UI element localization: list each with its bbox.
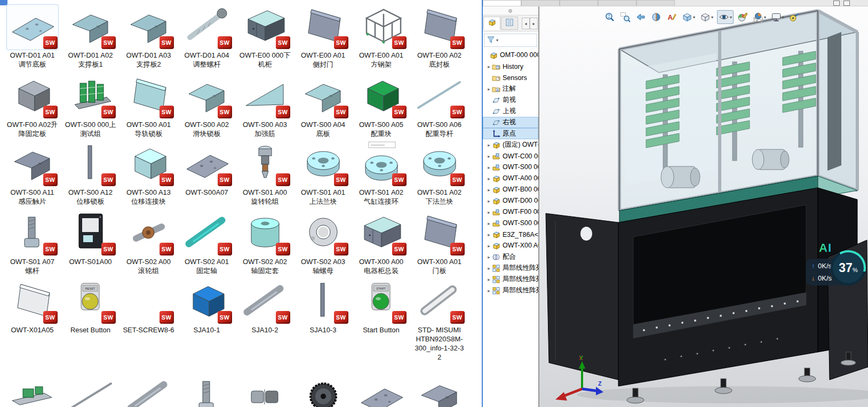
graphics-viewport[interactable]: A▾▾▾▾▾ <box>539 6 868 407</box>
tree-item[interactable]: ▸OWT-X00 A00电 <box>483 240 538 251</box>
expand-arrow-icon[interactable]: ▸ <box>486 254 492 260</box>
tree-item[interactable]: ▸OWT-S00 000上 <box>483 218 538 229</box>
tab-propertymanager[interactable] <box>501 17 518 30</box>
part-item[interactable]: SW <box>61 374 120 407</box>
hide-show-items-button[interactable]: ▾ <box>717 10 734 24</box>
expand-arrow-icon[interactable]: ▸ <box>486 176 492 181</box>
expand-arrow-icon[interactable]: ▸ <box>486 221 492 226</box>
part-item[interactable]: SW <box>236 374 294 407</box>
tree-item[interactable]: 前视 <box>483 94 538 106</box>
tree-item[interactable]: 原点 <box>483 128 538 139</box>
part-item[interactable]: SWOWT-S01 A00 旋转轮组 <box>236 140 294 210</box>
part-item[interactable]: SWOWT-S00A07 <box>178 140 236 210</box>
expand-arrow-icon[interactable]: ▸ <box>486 288 492 293</box>
tree-item[interactable]: ▸局部线性阵列3 <box>483 274 538 285</box>
part-item[interactable]: SWSET-SCREW8-6 <box>120 278 178 374</box>
commandmanager-tab[interactable] <box>521 0 560 6</box>
tree-item[interactable]: 上视 <box>483 106 538 117</box>
part-item[interactable]: SWOWT-E00 A01 侧封门 <box>294 3 352 73</box>
expand-arrow-icon[interactable]: ▸ <box>486 165 492 170</box>
part-item[interactable]: SWOWT-S01A00 <box>61 210 120 278</box>
edit-appearance-button[interactable] <box>736 11 749 23</box>
assembly-3d-model[interactable] <box>539 6 868 407</box>
tree-item[interactable]: ▸A注解 <box>483 83 538 94</box>
part-item[interactable]: SWSTD- MISUMI HTBN920S8M- 300_info-1-32-… <box>410 278 468 374</box>
part-item[interactable]: SWOWT-S02 A03 轴螺母 <box>294 210 352 278</box>
progress-ring[interactable]: 37 % <box>831 250 866 285</box>
pane-scroll-right-button[interactable]: ▸ <box>530 18 538 29</box>
tree-item[interactable]: ▸OWT-C00 000_ <box>483 150 538 162</box>
expand-arrow-icon[interactable]: ▸ <box>486 187 492 193</box>
apply-scene-button[interactable]: ▾ <box>752 11 767 23</box>
tree-item[interactable]: ▸OWT-F00 000升 <box>483 206 538 218</box>
part-item[interactable]: SW <box>294 374 352 407</box>
expand-arrow-icon[interactable]: ▸ <box>486 232 492 237</box>
part-item[interactable]: RESETSWReset Button <box>61 278 120 374</box>
annotation-button[interactable]: A <box>665 11 678 23</box>
previous-view-button[interactable] <box>634 11 647 23</box>
ai-overlay-widget[interactable]: AI ↑0K/s ↓0K/s 37 % <box>805 241 868 294</box>
tree-item[interactable]: ▸E3Z_T86A<1> <box>483 229 538 240</box>
tree-filter[interactable]: ▾ <box>484 34 537 47</box>
restore-window-icon[interactable] <box>833 1 840 6</box>
part-item[interactable]: SWOWT-D01 A02 支撑板1 <box>61 3 120 73</box>
measure-button[interactable] <box>788 11 801 23</box>
expand-arrow-icon[interactable]: ▸ <box>486 154 492 159</box>
chevron-down-icon[interactable]: ▾ <box>693 15 695 20</box>
commandmanager-tab[interactable] <box>636 0 675 6</box>
part-item[interactable]: SWOWT-E00 A01 方钢架 <box>352 3 410 73</box>
part-item[interactable]: SWOWT-F00 A02升 降固定板 <box>3 73 61 140</box>
part-item[interactable]: SWOWT-S00 A05 配重块 <box>352 73 410 140</box>
view-settings-button[interactable]: ▾ <box>770 11 785 23</box>
tree-item[interactable]: ▸OWT-B00 000三 <box>483 184 538 195</box>
tree-item[interactable]: 右视 <box>483 117 538 128</box>
pane-scroll-left-button[interactable]: ◂ <box>522 18 530 29</box>
chevron-down-icon[interactable]: ▾ <box>730 15 732 20</box>
tree-item[interactable]: ▸History <box>483 61 538 72</box>
part-item[interactable]: SWOWT-S00 A04 底板 <box>294 73 352 140</box>
expand-arrow-icon[interactable]: ▸ <box>486 142 492 148</box>
part-item[interactable]: SWOWT-S01 A01 上法兰块 <box>294 140 352 210</box>
part-item[interactable]: SWOWT-S00 A12 位移锁板 <box>61 140 120 210</box>
tree-item[interactable]: ▸OWT-A00 000布 <box>483 173 538 184</box>
expand-arrow-icon[interactable]: ▸ <box>486 64 492 69</box>
maximize-window-icon[interactable] <box>843 1 850 6</box>
commandmanager-tab[interactable] <box>560 0 598 6</box>
tree-item[interactable]: ▸局部线性阵列2 <box>483 262 538 274</box>
part-item[interactable]: SWOWT-S00 A02 滑块锁板 <box>178 73 236 140</box>
expand-arrow-icon[interactable]: ▸ <box>486 243 492 249</box>
part-item[interactable]: SW <box>120 374 178 407</box>
part-item[interactable]: SWOWT-X00 A00 电器柜总装 <box>352 210 410 278</box>
part-item[interactable]: SW <box>410 374 468 407</box>
part-item[interactable]: SWOWT-E00 000下 机柜 <box>236 3 294 73</box>
part-item[interactable]: SWOWT-S01 A02 下法兰块 <box>410 140 468 210</box>
part-item[interactable]: SWOWT-S00 A13 位移连接块 <box>120 140 178 210</box>
part-item[interactable]: SWOWT-D01 A03 支撑板2 <box>120 3 178 73</box>
expand-arrow-icon[interactable]: ▸ <box>486 210 492 215</box>
tree-item[interactable]: ▸配合 <box>483 251 538 262</box>
tree-item[interactable]: ▸(固定) OWT-E0( <box>483 139 538 150</box>
part-item[interactable]: SWOWT-S00 000上 测试组 <box>61 73 120 140</box>
part-item[interactable]: SW <box>178 374 236 407</box>
part-item[interactable]: SWOWT-S02 A01 固定轴 <box>178 210 236 278</box>
chevron-down-icon[interactable]: ▾ <box>782 15 784 20</box>
tree-item[interactable]: Sensors <box>483 72 538 83</box>
chevron-down-icon[interactable]: ▾ <box>711 15 713 20</box>
part-item[interactable]: SWSJA10-1 <box>178 278 236 374</box>
tree-item[interactable]: ▸OWT-S00 000上 <box>483 162 538 173</box>
tab-featuremanager-tree[interactable] <box>483 17 500 30</box>
part-item[interactable]: SW <box>3 374 61 407</box>
expand-arrow-icon[interactable]: ▸ <box>486 86 492 92</box>
tree-item[interactable]: ▸局部线性阵列4 <box>483 285 538 296</box>
view-orientation-button[interactable]: ▾ <box>681 11 696 23</box>
part-item[interactable]: SWOWT-S01 A07 螺杆 <box>3 210 61 278</box>
part-item[interactable]: SWOWT-S00 A06 配重导杆 <box>410 73 468 140</box>
part-item[interactable]: SWOWT-S01 A02 气缸连接环 <box>352 140 410 210</box>
section-view-button[interactable] <box>650 11 663 23</box>
panel-splitter-handle[interactable] <box>483 6 538 15</box>
zoom-fit-button[interactable] <box>603 11 616 23</box>
part-item[interactable]: SWOWT-D01 A04 调整螺杆 <box>178 3 236 73</box>
part-item[interactable]: SWOWT-X00 A01 门板 <box>410 210 468 278</box>
part-item[interactable]: SWOWT-D01 A01 调节底板 <box>3 3 61 73</box>
zoom-area-button[interactable] <box>619 11 632 23</box>
